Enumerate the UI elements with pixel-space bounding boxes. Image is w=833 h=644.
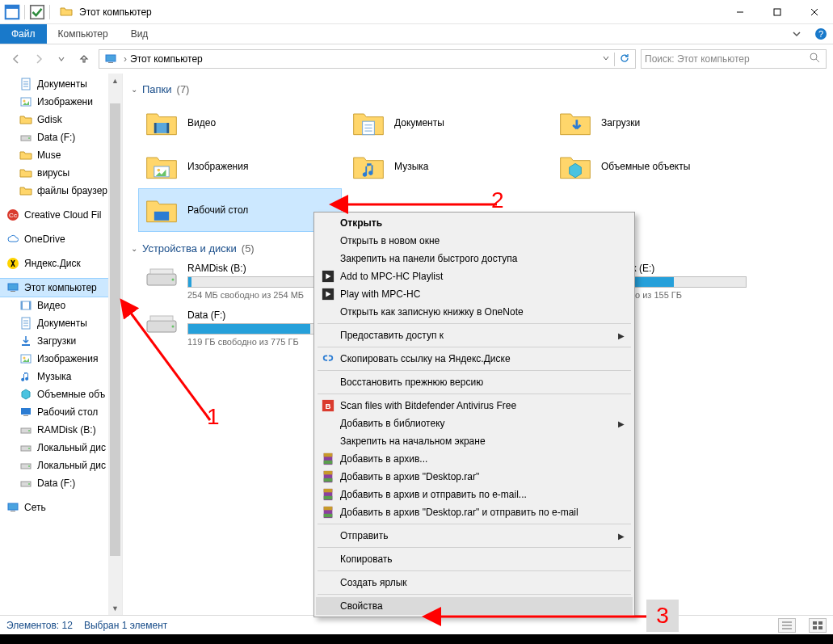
context-menu-item[interactable]: Скопировать ссылку на Яндекс.Диске [316, 350, 633, 368]
context-menu-item[interactable]: BScan files with Bitdefender Antivirus F… [316, 397, 633, 415]
context-menu-item[interactable]: Копировать [316, 550, 633, 568]
sidebar-item[interactable]: Документы [0, 314, 122, 332]
rar-icon [321, 505, 335, 520]
sidebar-item[interactable]: Muse📌 [0, 146, 122, 164]
sidebar-item[interactable]: Этот компьютер [0, 279, 122, 297]
view-large-icon[interactable] [809, 618, 827, 633]
maximize-button[interactable] [759, 0, 796, 24]
sidebar-item-label: Документы [37, 78, 87, 90]
context-item-label: Создать ярлык [340, 577, 407, 588]
context-item-label: Предоставить доступ к [340, 330, 444, 341]
nav-up-icon[interactable] [74, 49, 94, 69]
search-input[interactable]: Поиск: Этот компьютер [641, 49, 827, 69]
svg-rect-60 [150, 269, 173, 274]
sidebar-item[interactable]: файлы браузер [0, 182, 122, 200]
sidebar-item[interactable]: Объемные объ [0, 385, 122, 403]
nav-recent-icon[interactable] [52, 49, 71, 69]
folder-item[interactable]: Видео [139, 102, 341, 144]
nav-back-icon[interactable] [6, 49, 26, 69]
folder-item[interactable]: Документы [346, 102, 548, 144]
context-menu-item[interactable]: Добавить в архив "Desktop.rar" [316, 468, 633, 486]
close-button[interactable] [796, 0, 833, 24]
sidebar-item[interactable]: Рабочий стол [0, 403, 122, 421]
nav-forward-icon[interactable] [29, 49, 48, 69]
folder-item[interactable]: Изображения [139, 145, 341, 187]
sidebar-item[interactable]: Документы📌 [0, 75, 122, 93]
search-placeholder: Поиск: Этот компьютер [645, 53, 810, 65]
sidebar-item[interactable]: Локальный дис [0, 439, 122, 457]
minimize-button[interactable] [722, 0, 759, 24]
folder-item[interactable]: Рабочий стол [139, 189, 341, 231]
svg-point-59 [172, 279, 175, 281]
sidebar-item[interactable]: Видео [0, 297, 122, 314]
address-bar[interactable]: › Этот компьютер [99, 49, 636, 69]
svg-rect-85 [324, 489, 333, 492]
context-menu-item[interactable]: Добавить в архив... [316, 450, 633, 468]
context-menu-item[interactable]: Добавить в библиотеку▶ [316, 415, 633, 432]
sidebar-item[interactable]: OneDrive [0, 230, 122, 248]
sidebar-item[interactable]: Загрузки [0, 332, 122, 350]
drive-icon [144, 263, 179, 290]
svg-rect-36 [21, 408, 31, 415]
sidebar-item[interactable]: Музыка [0, 368, 122, 385]
tree-icon [19, 459, 32, 472]
sidebar-item[interactable]: вирусы [0, 164, 122, 182]
tree-icon [19, 441, 32, 454]
folder-icon [351, 151, 386, 182]
context-menu-item[interactable]: Добавить в архив и отправить по e-mail..… [316, 486, 633, 503]
sidebar-item[interactable]: RAMDisk (B:) [0, 421, 122, 439]
sidebar-item[interactable]: Сеть [0, 499, 122, 516]
context-menu-item[interactable]: Открыть в новом окне [316, 232, 633, 250]
context-item-label: Закрепить на панели быстрого доступа [340, 253, 518, 264]
sidebar-item[interactable]: Изображения [0, 350, 122, 368]
sidebar-item[interactable]: Локальный дис [0, 457, 122, 474]
sidebar-item[interactable]: Яндекс.Диск [0, 255, 122, 272]
context-menu-item[interactable]: Добавить в архив "Desktop.rar" и отправи… [316, 503, 633, 521]
sidebar-item[interactable]: Изображени📌 [0, 93, 122, 111]
folder-icon [557, 151, 593, 182]
view-details-icon[interactable] [778, 618, 796, 633]
svg-rect-89 [324, 514, 333, 517]
refresh-icon[interactable] [614, 53, 633, 66]
qat-properties-icon[interactable] [3, 3, 21, 21]
context-menu-item[interactable]: Закрепить на панели быстрого доступа [316, 250, 633, 267]
context-menu-item[interactable]: Создать ярлык [316, 574, 633, 591]
tab-file[interactable]: Файл [0, 24, 47, 44]
tab-computer[interactable]: Компьютер [47, 24, 120, 44]
ribbon-expand-icon[interactable] [785, 24, 809, 44]
sidebar-item[interactable]: Data (F:)📌 [0, 128, 122, 146]
sidebar-scrollbar[interactable]: ▲ ▼ [108, 74, 122, 615]
svg-text:Cc: Cc [9, 212, 17, 219]
help-icon[interactable]: ? [809, 24, 833, 44]
group-folders[interactable]: ⌄ Папки (7) [131, 83, 825, 95]
folder-label: Музыка [394, 161, 428, 172]
sidebar-item-label: Data (F:) [37, 478, 75, 489]
svg-point-56 [158, 169, 161, 172]
drive-item[interactable]: RAMDisk (B:)254 МБ свободно из 254 МБ [139, 261, 341, 301]
sidebar-item-label: Объемные объ [37, 389, 105, 400]
folder-item[interactable]: Музыка [346, 145, 548, 187]
tree-icon [19, 423, 32, 436]
address-dropdown-icon[interactable] [598, 53, 614, 65]
context-menu-item[interactable]: Закрепить на начальном экране [316, 432, 633, 450]
context-menu-item[interactable]: Предоставить доступ к▶ [316, 326, 633, 344]
svg-rect-82 [324, 471, 333, 474]
qat-checkbox-icon[interactable] [28, 3, 46, 21]
context-menu-item[interactable]: Отправить▶ [316, 527, 633, 545]
sidebar-item-label: Этот компьютер [24, 282, 97, 293]
sidebar-item[interactable]: CcCreative Cloud Fil [0, 206, 122, 224]
drive-item[interactable]: Data (F:)119 ГБ свободно из 775 ГБ [139, 308, 341, 348]
sidebar-item-label: Creative Cloud Fil [24, 209, 101, 221]
breadcrumb[interactable]: Этот компьютер [130, 53, 203, 65]
folder-item[interactable]: Загрузки [553, 102, 755, 144]
context-menu-item[interactable]: Открыть как записную книжку в OneNote [316, 303, 633, 321]
context-menu-item[interactable]: Свойства [316, 597, 633, 615]
sidebar-item[interactable]: Data (F:) [0, 474, 122, 492]
sidebar-item[interactable]: Gdisk📌 [0, 111, 122, 128]
tab-view[interactable]: Вид [120, 24, 160, 44]
context-menu-item[interactable]: Восстановить прежнюю версию [316, 373, 633, 391]
context-menu-item[interactable]: Открыть [316, 214, 633, 232]
context-menu-item[interactable]: Play with MPC-HC [316, 285, 633, 303]
folder-item[interactable]: Объемные объекты [553, 145, 755, 187]
context-menu-item[interactable]: Add to MPC-HC Playlist [316, 267, 633, 285]
